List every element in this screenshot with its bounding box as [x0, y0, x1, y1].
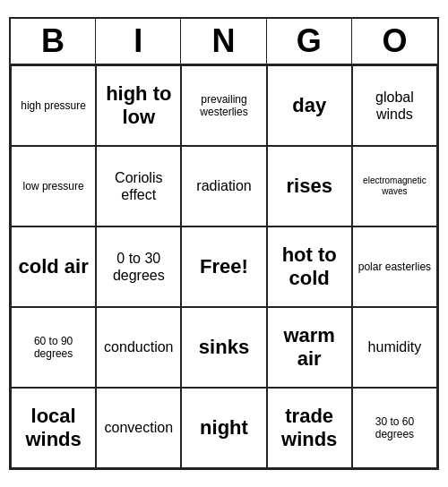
- cell-text-17: sinks: [199, 336, 249, 359]
- bingo-letter-G: G: [267, 19, 352, 64]
- cell-text-14: polar easterlies: [358, 261, 431, 273]
- bingo-cell-17: sinks: [181, 307, 266, 388]
- bingo-cell-7: radiation: [181, 146, 266, 226]
- bingo-cell-23: trade winds: [267, 388, 352, 468]
- cell-text-7: radiation: [196, 177, 251, 194]
- bingo-cell-5: low pressure: [11, 146, 96, 226]
- cell-text-10: cold air: [18, 255, 88, 278]
- bingo-cell-13: hot to cold: [267, 226, 352, 307]
- bingo-cell-19: humidity: [352, 307, 437, 388]
- bingo-cell-1: high to low: [96, 65, 181, 146]
- bingo-cell-18: warm air: [267, 307, 352, 388]
- bingo-cell-16: conduction: [96, 307, 181, 388]
- cell-text-22: night: [200, 416, 248, 440]
- cell-text-2: prevailing westerlies: [185, 93, 262, 119]
- bingo-cell-4: global winds: [352, 65, 437, 146]
- cell-text-23: trade winds: [271, 405, 348, 452]
- cell-text-19: humidity: [368, 338, 422, 355]
- cell-text-24: 30 to 60 degrees: [357, 415, 433, 441]
- bingo-cell-12: Free!: [181, 226, 266, 307]
- bingo-cell-15: 60 to 90 degrees: [11, 307, 96, 388]
- cell-text-13: hot to cold: [271, 244, 348, 291]
- cell-text-0: high pressure: [21, 99, 86, 112]
- bingo-cell-3: day: [267, 65, 352, 146]
- bingo-cell-9: electromagnetic waves: [352, 146, 437, 226]
- bingo-cell-2: prevailing westerlies: [181, 65, 266, 146]
- bingo-cell-10: cold air: [11, 226, 96, 307]
- cell-text-11: 0 to 30 degrees: [100, 250, 177, 284]
- cell-text-21: convection: [105, 419, 174, 436]
- cell-text-3: day: [292, 94, 326, 117]
- cell-text-18: warm air: [271, 324, 348, 372]
- cell-text-12: Free!: [200, 255, 248, 278]
- bingo-cell-14: polar easterlies: [352, 226, 437, 307]
- bingo-letter-B: B: [11, 19, 96, 64]
- cell-text-5: low pressure: [23, 180, 84, 192]
- cell-text-9: electromagnetic waves: [357, 175, 433, 197]
- bingo-letter-O: O: [352, 19, 437, 64]
- bingo-cell-21: convection: [96, 388, 181, 468]
- bingo-cell-24: 30 to 60 degrees: [352, 388, 437, 468]
- cell-text-1: high to low: [100, 82, 177, 130]
- bingo-cell-20: local winds: [11, 388, 96, 468]
- bingo-card: BINGO high pressurehigh to lowprevailing…: [9, 17, 439, 470]
- cell-text-4: global winds: [357, 89, 433, 123]
- cell-text-15: 60 to 90 degrees: [15, 335, 91, 361]
- cell-text-16: conduction: [104, 338, 173, 355]
- cell-text-6: Coriolis effect: [100, 169, 177, 203]
- bingo-letter-I: I: [96, 19, 181, 64]
- bingo-cell-11: 0 to 30 degrees: [96, 226, 181, 307]
- bingo-cell-22: night: [181, 388, 266, 468]
- bingo-cell-6: Coriolis effect: [96, 146, 181, 226]
- cell-text-20: local winds: [15, 405, 91, 452]
- cell-text-8: rises: [287, 175, 332, 198]
- bingo-header: BINGO: [11, 19, 437, 65]
- bingo-cell-8: rises: [267, 146, 352, 226]
- bingo-grid: high pressurehigh to lowprevailing weste…: [11, 65, 437, 468]
- bingo-cell-0: high pressure: [11, 65, 96, 146]
- bingo-letter-N: N: [181, 19, 266, 64]
